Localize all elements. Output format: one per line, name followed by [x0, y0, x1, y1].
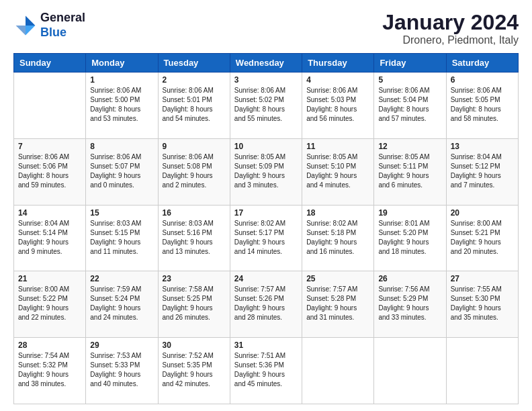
calendar-cell: 25Sunrise: 7:57 AM Sunset: 5:28 PM Dayli…: [302, 271, 374, 338]
calendar-cell: 19Sunrise: 8:01 AM Sunset: 5:20 PM Dayli…: [374, 205, 446, 271]
day-info: Sunrise: 8:06 AM Sunset: 5:01 PM Dayligh…: [163, 86, 226, 124]
day-number: 1: [90, 75, 153, 85]
day-info: Sunrise: 8:02 AM Sunset: 5:17 PM Dayligh…: [234, 219, 298, 257]
calendar-cell: 14Sunrise: 8:04 AM Sunset: 5:14 PM Dayli…: [14, 205, 86, 271]
logo-icon: [13, 13, 38, 38]
logo-line1: General: [40, 11, 85, 26]
day-info: Sunrise: 8:06 AM Sunset: 5:03 PM Dayligh…: [306, 86, 369, 124]
col-monday: Monday: [86, 54, 158, 73]
day-number: 2: [163, 75, 226, 85]
day-number: 6: [451, 75, 514, 85]
logo: General Blue: [13, 11, 85, 40]
calendar-cell: 30Sunrise: 7:52 AM Sunset: 5:35 PM Dayli…: [158, 338, 230, 404]
calendar-cell: 31Sunrise: 7:51 AM Sunset: 5:36 PM Dayli…: [230, 338, 302, 404]
calendar-cell: 1Sunrise: 8:06 AM Sunset: 5:00 PM Daylig…: [86, 73, 158, 139]
day-number: 26: [378, 274, 441, 283]
calendar-row-4: 21Sunrise: 8:00 AM Sunset: 5:22 PM Dayli…: [14, 271, 519, 338]
day-number: 18: [306, 208, 369, 218]
day-number: 8: [90, 142, 153, 151]
calendar-cell: 21Sunrise: 8:00 AM Sunset: 5:22 PM Dayli…: [14, 271, 86, 338]
calendar-cell: 4Sunrise: 8:06 AM Sunset: 5:03 PM Daylig…: [302, 73, 374, 139]
day-info: Sunrise: 8:03 AM Sunset: 5:16 PM Dayligh…: [163, 219, 226, 257]
calendar-cell: 28Sunrise: 7:54 AM Sunset: 5:32 PM Dayli…: [14, 338, 86, 404]
day-info: Sunrise: 7:56 AM Sunset: 5:29 PM Dayligh…: [378, 285, 441, 322]
day-info: Sunrise: 8:00 AM Sunset: 5:21 PM Dayligh…: [451, 219, 514, 257]
day-number: 16: [163, 208, 226, 218]
calendar-cell: 18Sunrise: 8:02 AM Sunset: 5:18 PM Dayli…: [302, 205, 374, 271]
calendar-cell: 10Sunrise: 8:05 AM Sunset: 5:09 PM Dayli…: [230, 138, 302, 205]
calendar-cell: 8Sunrise: 8:06 AM Sunset: 5:07 PM Daylig…: [86, 138, 158, 205]
day-number: 30: [163, 340, 226, 350]
calendar-cell: 2Sunrise: 8:06 AM Sunset: 5:01 PM Daylig…: [158, 73, 230, 139]
col-tuesday: Tuesday: [158, 54, 230, 73]
day-info: Sunrise: 7:51 AM Sunset: 5:36 PM Dayligh…: [234, 351, 298, 389]
day-info: Sunrise: 8:05 AM Sunset: 5:11 PM Dayligh…: [378, 152, 441, 190]
day-number: 17: [234, 208, 298, 218]
calendar-cell: 7Sunrise: 8:06 AM Sunset: 5:06 PM Daylig…: [14, 138, 86, 205]
day-info: Sunrise: 7:55 AM Sunset: 5:30 PM Dayligh…: [451, 285, 514, 322]
day-number: 14: [18, 208, 81, 218]
day-number: 24: [234, 274, 298, 283]
calendar-cell: 16Sunrise: 8:03 AM Sunset: 5:16 PM Dayli…: [158, 205, 230, 271]
day-number: 13: [451, 142, 514, 151]
col-wednesday: Wednesday: [230, 54, 302, 73]
svg-marker-2: [16, 26, 26, 35]
day-info: Sunrise: 7:52 AM Sunset: 5:35 PM Dayligh…: [163, 351, 226, 389]
calendar-cell: 13Sunrise: 8:04 AM Sunset: 5:12 PM Dayli…: [446, 138, 518, 205]
calendar-cell: 9Sunrise: 8:06 AM Sunset: 5:08 PM Daylig…: [158, 138, 230, 205]
day-number: 31: [234, 340, 298, 350]
day-number: 11: [306, 142, 369, 151]
header-row: Sunday Monday Tuesday Wednesday Thursday…: [14, 54, 519, 73]
calendar-cell: 3Sunrise: 8:06 AM Sunset: 5:02 PM Daylig…: [230, 73, 302, 139]
day-info: Sunrise: 8:02 AM Sunset: 5:18 PM Dayligh…: [306, 219, 369, 257]
svg-marker-0: [26, 15, 35, 25]
title-block: January 2024 Dronero, Piedmont, Italy: [382, 11, 519, 46]
day-info: Sunrise: 7:57 AM Sunset: 5:28 PM Dayligh…: [306, 285, 369, 322]
day-number: 5: [378, 75, 441, 85]
calendar-cell: 17Sunrise: 8:02 AM Sunset: 5:17 PM Dayli…: [230, 205, 302, 271]
day-info: Sunrise: 8:06 AM Sunset: 5:07 PM Dayligh…: [90, 152, 153, 190]
col-sunday: Sunday: [14, 54, 86, 73]
calendar-cell: [446, 338, 518, 404]
day-number: 12: [378, 142, 441, 151]
calendar-table: Sunday Monday Tuesday Wednesday Thursday…: [13, 53, 519, 404]
day-info: Sunrise: 7:58 AM Sunset: 5:25 PM Dayligh…: [163, 285, 226, 322]
day-info: Sunrise: 8:04 AM Sunset: 5:12 PM Dayligh…: [451, 152, 514, 190]
calendar-row-2: 7Sunrise: 8:06 AM Sunset: 5:06 PM Daylig…: [14, 138, 519, 205]
day-info: Sunrise: 8:01 AM Sunset: 5:20 PM Dayligh…: [378, 219, 441, 257]
day-number: 23: [163, 274, 226, 283]
calendar-cell: 29Sunrise: 7:53 AM Sunset: 5:33 PM Dayli…: [86, 338, 158, 404]
day-number: 28: [18, 340, 81, 350]
logo-line2: Blue: [40, 26, 85, 40]
calendar-cell: 23Sunrise: 7:58 AM Sunset: 5:25 PM Dayli…: [158, 271, 230, 338]
day-number: 9: [163, 142, 226, 151]
calendar-cell: 6Sunrise: 8:06 AM Sunset: 5:05 PM Daylig…: [446, 73, 518, 139]
day-number: 20: [451, 208, 514, 218]
calendar-cell: 15Sunrise: 8:03 AM Sunset: 5:15 PM Dayli…: [86, 205, 158, 271]
col-friday: Friday: [374, 54, 446, 73]
day-info: Sunrise: 8:06 AM Sunset: 5:04 PM Dayligh…: [378, 86, 441, 124]
calendar-row-1: 1Sunrise: 8:06 AM Sunset: 5:00 PM Daylig…: [14, 73, 519, 139]
day-number: 27: [451, 274, 514, 283]
day-number: 7: [18, 142, 81, 151]
svg-marker-1: [26, 26, 35, 35]
day-info: Sunrise: 8:06 AM Sunset: 5:05 PM Dayligh…: [451, 86, 514, 124]
calendar-cell: 22Sunrise: 7:59 AM Sunset: 5:24 PM Dayli…: [86, 271, 158, 338]
col-thursday: Thursday: [302, 54, 374, 73]
subtitle: Dronero, Piedmont, Italy: [382, 34, 519, 46]
calendar-row-5: 28Sunrise: 7:54 AM Sunset: 5:32 PM Dayli…: [14, 338, 519, 404]
calendar-cell: 12Sunrise: 8:05 AM Sunset: 5:11 PM Dayli…: [374, 138, 446, 205]
day-number: 3: [234, 75, 298, 85]
calendar-cell: 5Sunrise: 8:06 AM Sunset: 5:04 PM Daylig…: [374, 73, 446, 139]
day-info: Sunrise: 8:04 AM Sunset: 5:14 PM Dayligh…: [18, 219, 81, 257]
day-info: Sunrise: 7:59 AM Sunset: 5:24 PM Dayligh…: [90, 285, 153, 322]
day-number: 10: [234, 142, 298, 151]
day-number: 29: [90, 340, 153, 350]
col-saturday: Saturday: [446, 54, 518, 73]
header: General Blue January 2024 Dronero, Piedm…: [13, 11, 519, 46]
day-info: Sunrise: 8:05 AM Sunset: 5:09 PM Dayligh…: [234, 152, 298, 190]
main-title: January 2024: [382, 11, 519, 34]
day-info: Sunrise: 7:57 AM Sunset: 5:26 PM Dayligh…: [234, 285, 298, 322]
day-info: Sunrise: 8:06 AM Sunset: 5:08 PM Dayligh…: [163, 152, 226, 190]
day-number: 22: [90, 274, 153, 283]
